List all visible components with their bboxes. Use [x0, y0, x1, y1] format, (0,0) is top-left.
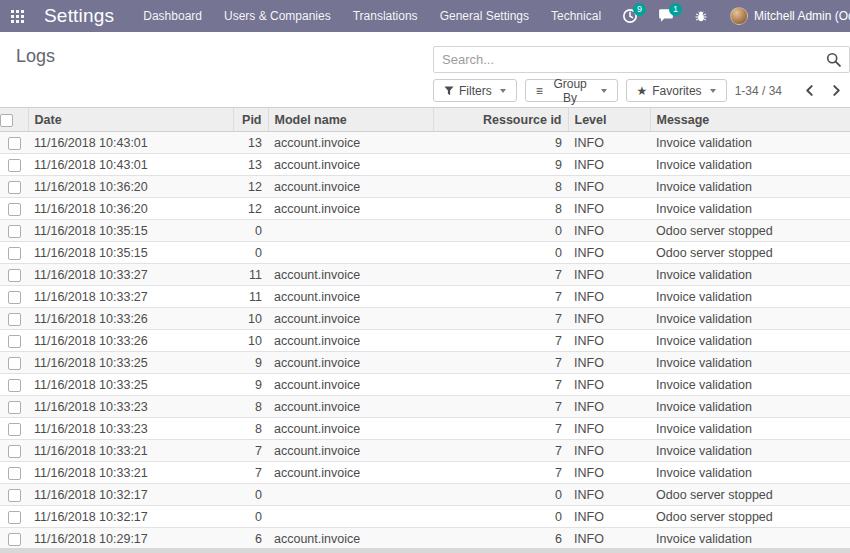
- table-row[interactable]: 11/16/2018 10:33:2610account.invoice7INF…: [0, 308, 850, 330]
- row-checkbox[interactable]: [8, 203, 21, 216]
- search-input[interactable]: [442, 52, 826, 67]
- row-checkbox[interactable]: [8, 225, 21, 238]
- date-cell: 11/16/2018 10:36:20: [28, 176, 233, 198]
- nav-menu-technical[interactable]: Technical: [540, 0, 612, 32]
- apps-grid-icon: [11, 10, 24, 23]
- column-header-level[interactable]: Level: [568, 108, 650, 132]
- table-row[interactable]: 11/16/2018 10:33:217account.invoice7INFO…: [0, 462, 850, 484]
- control-panel: Logs Filters: [0, 32, 850, 107]
- user-menu[interactable]: Mitchell Admin (Odoo_12): [718, 0, 850, 32]
- pager-next-button[interactable]: [823, 82, 850, 99]
- nav-menu-dashboard[interactable]: Dashboard: [132, 0, 213, 32]
- row-checkbox[interactable]: [8, 489, 21, 502]
- column-header-resource-id[interactable]: Ressource id: [433, 108, 568, 132]
- level-cell: INFO: [568, 220, 650, 242]
- row-checkbox[interactable]: [8, 137, 21, 150]
- date-cell: 11/16/2018 10:36:20: [28, 198, 233, 220]
- resource-id-cell: 7: [433, 286, 568, 308]
- pid-cell: 6: [233, 528, 268, 549]
- favorites-label: Favorites: [652, 84, 701, 98]
- table-row[interactable]: 11/16/2018 10:29:176account.invoice6INFO…: [0, 528, 850, 549]
- date-cell: 11/16/2018 10:35:15: [28, 242, 233, 264]
- pid-cell: 13: [233, 154, 268, 176]
- row-checkbox[interactable]: [8, 291, 21, 304]
- table-row[interactable]: 11/16/2018 10:33:2711account.invoice7INF…: [0, 286, 850, 308]
- row-checkbox[interactable]: [8, 335, 21, 348]
- model-name-cell: account.invoice: [268, 374, 433, 396]
- row-checkbox[interactable]: [8, 511, 21, 524]
- table-row[interactable]: 11/16/2018 10:33:217account.invoice7INFO…: [0, 440, 850, 462]
- level-cell: INFO: [568, 308, 650, 330]
- row-checkbox-cell: [0, 440, 28, 462]
- table-row[interactable]: 11/16/2018 10:36:2012account.invoice8INF…: [0, 176, 850, 198]
- date-cell: 11/16/2018 10:33:26: [28, 308, 233, 330]
- app-title[interactable]: Settings: [44, 5, 114, 27]
- level-cell: INFO: [568, 132, 650, 154]
- row-checkbox[interactable]: [8, 313, 21, 326]
- pid-cell: 9: [233, 352, 268, 374]
- model-name-cell: account.invoice: [268, 264, 433, 286]
- table-row[interactable]: 11/16/2018 10:32:1700INFOOdoo server sto…: [0, 484, 850, 506]
- row-checkbox[interactable]: [8, 247, 21, 260]
- table-row[interactable]: 11/16/2018 10:43:0113account.invoice9INF…: [0, 154, 850, 176]
- column-header-message[interactable]: Message: [650, 108, 850, 132]
- row-checkbox[interactable]: [8, 401, 21, 414]
- filters-button[interactable]: Filters: [433, 79, 517, 102]
- table-bottom-strip: [0, 548, 850, 553]
- message-cell: Odoo server stopped: [650, 220, 850, 242]
- row-checkbox-cell: [0, 154, 28, 176]
- level-cell: INFO: [568, 286, 650, 308]
- search-view: Filters ≡ Group By ★ Favorites 1-34 / 34: [433, 32, 850, 107]
- level-cell: INFO: [568, 198, 650, 220]
- message-cell: Invoice validation: [650, 396, 850, 418]
- table-row[interactable]: 11/16/2018 10:33:2610account.invoice7INF…: [0, 330, 850, 352]
- search-icon[interactable]: [826, 52, 841, 67]
- table-row[interactable]: 11/16/2018 10:33:2711account.invoice7INF…: [0, 264, 850, 286]
- table-row[interactable]: 11/16/2018 10:35:1500INFOOdoo server sto…: [0, 242, 850, 264]
- table-row[interactable]: 11/16/2018 10:35:1500INFOOdoo server sto…: [0, 220, 850, 242]
- pager-previous-button[interactable]: [796, 82, 823, 99]
- row-checkbox[interactable]: [8, 423, 21, 436]
- row-checkbox[interactable]: [8, 159, 21, 172]
- table-row[interactable]: 11/16/2018 10:36:2012account.invoice8INF…: [0, 198, 850, 220]
- row-checkbox[interactable]: [8, 379, 21, 392]
- table-row[interactable]: 11/16/2018 10:32:1700INFOOdoo server sto…: [0, 506, 850, 528]
- row-checkbox[interactable]: [8, 467, 21, 480]
- row-checkbox[interactable]: [8, 445, 21, 458]
- row-checkbox[interactable]: [8, 357, 21, 370]
- resource-id-cell: 0: [433, 506, 568, 528]
- nav-menu-translations[interactable]: Translations: [342, 0, 429, 32]
- messages-menu-button[interactable]: 1: [648, 0, 684, 32]
- select-all-checkbox[interactable]: [0, 114, 13, 127]
- column-header-model-name[interactable]: Model name: [268, 108, 433, 132]
- table-row[interactable]: 11/16/2018 10:43:0113account.invoice9INF…: [0, 132, 850, 154]
- apps-menu-button[interactable]: [0, 0, 34, 32]
- date-cell: 11/16/2018 10:33:25: [28, 374, 233, 396]
- log-list-view: Date Pid Model name Ressource id Level M…: [0, 107, 850, 548]
- table-row[interactable]: 11/16/2018 10:33:238account.invoice7INFO…: [0, 396, 850, 418]
- row-checkbox[interactable]: [8, 269, 21, 282]
- favorites-button[interactable]: ★ Favorites: [626, 79, 727, 102]
- message-cell: Invoice validation: [650, 308, 850, 330]
- date-cell: 11/16/2018 10:33:27: [28, 264, 233, 286]
- nav-menu-general-settings[interactable]: General Settings: [429, 0, 540, 32]
- activity-menu-button[interactable]: 9: [612, 0, 648, 32]
- row-checkbox-cell: [0, 528, 28, 549]
- level-cell: INFO: [568, 352, 650, 374]
- table-row[interactable]: 11/16/2018 10:33:238account.invoice7INFO…: [0, 418, 850, 440]
- group-by-button[interactable]: ≡ Group By: [525, 79, 618, 102]
- chevron-down-icon: [601, 89, 607, 93]
- column-header-pid[interactable]: Pid: [233, 108, 268, 132]
- row-checkbox[interactable]: [8, 181, 21, 194]
- table-row[interactable]: 11/16/2018 10:33:259account.invoice7INFO…: [0, 374, 850, 396]
- nav-menu-users-companies[interactable]: Users & Companies: [213, 0, 342, 32]
- table-row[interactable]: 11/16/2018 10:33:259account.invoice7INFO…: [0, 352, 850, 374]
- column-header-date[interactable]: Date: [28, 108, 233, 132]
- row-checkbox-cell: [0, 418, 28, 440]
- resource-id-cell: 7: [433, 330, 568, 352]
- model-name-cell: account.invoice: [268, 308, 433, 330]
- debug-menu-button[interactable]: [684, 0, 718, 32]
- resource-id-cell: 9: [433, 132, 568, 154]
- row-checkbox[interactable]: [8, 533, 21, 546]
- model-name-cell: account.invoice: [268, 462, 433, 484]
